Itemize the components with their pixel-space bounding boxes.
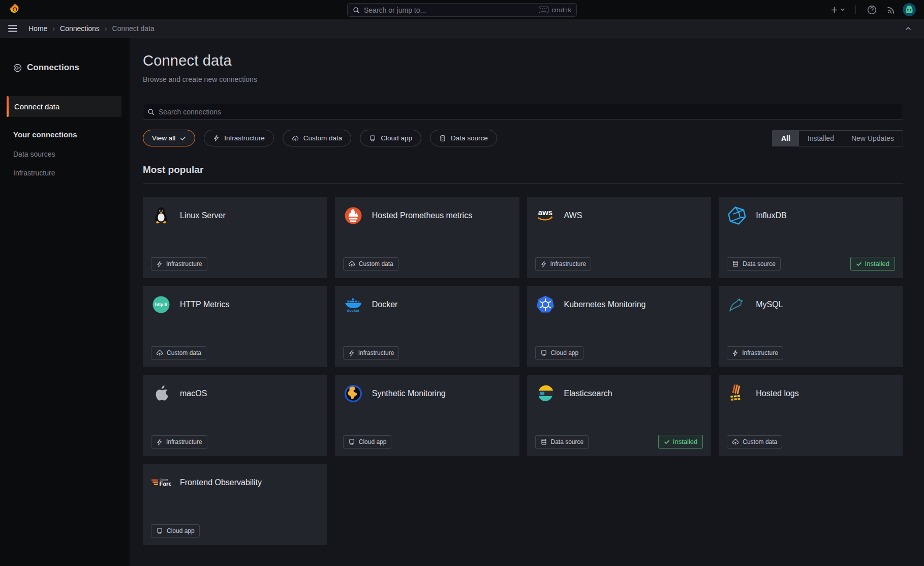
card-header: http:// HTTP Metrics <box>151 294 319 315</box>
http-logo-icon: http:// <box>151 294 171 315</box>
card-footer: Infrastructure <box>343 346 511 360</box>
mega-menu-toggle[interactable] <box>8 21 17 36</box>
check-icon <box>856 261 862 267</box>
card-title: Hosted Prometheus metrics <box>372 211 472 220</box>
global-search[interactable]: cmd+k <box>347 3 577 17</box>
card-tag-infrastructure: Infrastructure <box>727 346 783 360</box>
filter-label: Infrastructure <box>224 134 265 142</box>
card-title: macOS <box>180 389 207 398</box>
topbar-divider <box>855 5 856 14</box>
app-icon <box>156 527 163 534</box>
card-footer: Custom data <box>151 346 319 360</box>
card-header: GrafanaFaro Frontend Observability <box>151 472 319 493</box>
toggle-option-installed[interactable]: Installed <box>799 131 843 146</box>
news-button[interactable] <box>883 2 899 17</box>
breadcrumb-separator: › <box>105 24 107 33</box>
breadcrumb-item-home[interactable]: Home <box>28 24 47 33</box>
card-tag-infrastructure: Infrastructure <box>535 257 592 271</box>
filter-pill-data-source[interactable]: Data source <box>430 130 497 146</box>
connection-card-influxdb[interactable]: InfluxDB Data source Installed <box>719 197 903 278</box>
card-footer: Infrastructure <box>727 346 895 360</box>
cloud-up-icon <box>348 260 355 267</box>
top-app-bar: cmd+k <box>0 0 924 19</box>
card-header: docker Docker <box>343 294 511 315</box>
connections-search[interactable] <box>143 104 903 120</box>
card-footer: Data source Installed <box>535 435 703 449</box>
connection-card-frontend-observability[interactable]: GrafanaFaro Frontend Observability Cloud… <box>143 464 327 545</box>
card-tag-cloud-app: Cloud app <box>343 435 392 449</box>
connection-card-docker[interactable]: docker Docker Infrastructure <box>335 286 519 367</box>
card-tag-custom-data: Custom data <box>151 346 206 360</box>
connection-card-macos[interactable]: macOS Infrastructure <box>143 375 327 456</box>
card-tag-infrastructure: Infrastructure <box>343 346 399 360</box>
kubernetes-logo-icon <box>535 294 556 315</box>
card-footer: Custom data <box>727 435 895 449</box>
filter-row: View allInfrastructureCustom dataCloud a… <box>143 130 903 146</box>
chevron-up-icon <box>905 25 912 32</box>
toggle-option-all[interactable]: All <box>773 131 799 146</box>
collapse-topbar-button[interactable] <box>901 21 916 36</box>
connection-card-elasticsearch[interactable]: Elasticsearch Data source Installed <box>527 375 712 456</box>
connection-card-kubernetes-monitoring[interactable]: Kubernetes Monitoring Cloud app <box>527 286 712 367</box>
connections-card-grid: Linux Server Infrastructure Hosted Prome… <box>143 197 903 545</box>
connection-card-mysql[interactable]: MySQL Infrastructure <box>719 286 903 367</box>
bolt-icon <box>213 135 220 141</box>
card-title: Elasticsearch <box>564 389 612 398</box>
filter-pill-infrastructure[interactable]: Infrastructure <box>204 130 274 146</box>
card-title: Docker <box>372 300 398 309</box>
tag-label: Cloud app <box>551 349 579 356</box>
sidebar-item-data-sources[interactable]: Data sources <box>0 150 130 158</box>
logs-logo-icon <box>727 383 747 404</box>
breadcrumb: Home›Connections›Connect data <box>28 24 155 33</box>
bolt-icon <box>732 350 738 356</box>
tag-label: Infrastructure <box>166 260 202 267</box>
connection-card-hosted-logs[interactable]: Hosted logs Custom data <box>719 375 903 456</box>
toggle-option-new-updates[interactable]: New Updates <box>843 131 903 146</box>
plus-icon <box>830 6 838 14</box>
sidebar-item-connect-data[interactable]: Connect data <box>7 96 121 117</box>
connections-search-input[interactable] <box>159 108 899 116</box>
connection-card-linux-server[interactable]: Linux Server Infrastructure <box>143 197 327 278</box>
installed-label: Installed <box>673 438 697 445</box>
check-icon <box>664 439 670 445</box>
connection-card-hosted-prometheus-metrics[interactable]: Hosted Prometheus metrics Custom data <box>335 197 519 278</box>
card-title: InfluxDB <box>756 211 786 220</box>
app-icon <box>369 135 376 142</box>
card-title: AWS <box>564 211 582 220</box>
card-footer: Cloud app <box>343 435 511 449</box>
connection-card-aws[interactable]: aws AWS Infrastructure <box>527 197 712 278</box>
avatar-icon <box>903 3 916 16</box>
new-menu-button[interactable] <box>828 2 847 17</box>
card-footer: Infrastructure <box>151 435 319 449</box>
filter-pill-custom-data[interactable]: Custom data <box>283 130 352 146</box>
help-button[interactable] <box>864 2 879 17</box>
card-title: Kubernetes Monitoring <box>564 300 646 309</box>
card-header: Hosted Prometheus metrics <box>343 205 511 226</box>
card-title: Synthetic Monitoring <box>372 389 446 398</box>
filter-pill-view-all[interactable]: View all <box>143 130 195 146</box>
check-icon <box>180 135 186 141</box>
aws-logo-icon: aws <box>535 205 556 226</box>
mysql-logo-icon <box>727 294 747 315</box>
hamburger-icon <box>8 25 17 32</box>
active-indicator <box>7 96 9 117</box>
tag-label: Custom data <box>167 349 201 356</box>
connection-card-http-metrics[interactable]: http:// HTTP Metrics Custom data <box>143 286 327 367</box>
user-avatar[interactable] <box>903 3 916 16</box>
main-content: Connect data Browse and create new conne… <box>130 38 924 566</box>
elastic-logo-icon <box>535 383 556 404</box>
keyboard-icon <box>539 7 548 13</box>
filter-label: Custom data <box>303 134 343 142</box>
card-header: macOS <box>151 383 319 404</box>
svg-text:Faro: Faro <box>160 481 171 487</box>
breadcrumb-item-connections[interactable]: Connections <box>60 24 100 33</box>
install-state-toggle: AllInstalledNew Updates <box>772 130 903 146</box>
sidebar-item-infrastructure[interactable]: Infrastructure <box>0 169 130 177</box>
filter-pill-cloud-app[interactable]: Cloud app <box>360 130 421 146</box>
grafana-logo-icon[interactable] <box>8 3 21 16</box>
global-search-input[interactable] <box>364 6 535 14</box>
connection-card-synthetic-monitoring[interactable]: Synthetic Monitoring Cloud app <box>335 375 519 456</box>
filter-label: Data source <box>451 134 488 142</box>
app-icon <box>540 349 547 356</box>
tag-label: Infrastructure <box>550 260 587 267</box>
